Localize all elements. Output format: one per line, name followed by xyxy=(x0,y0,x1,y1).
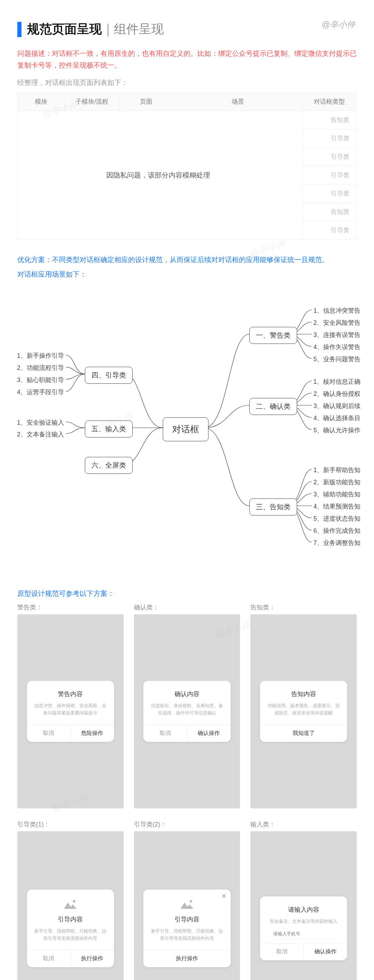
dialog-title: 引导内容 xyxy=(33,915,108,923)
cat-input: 输入类： xyxy=(250,820,357,829)
header-title: 规范页面呈现 xyxy=(27,21,102,38)
cancel-button[interactable]: 取消 xyxy=(260,943,303,960)
dialog-title: 请输入内容 xyxy=(266,905,341,914)
prototype-row-2: 引导类(1)： 引导内容新手引导、流程帮助、只能切换、运营引导等支线流程动作向导… xyxy=(17,820,357,980)
mm-leaf: 3、连接有误警告 xyxy=(314,331,360,339)
phone-input[interactable] xyxy=(272,928,335,939)
mm-node-warning: 一、警告类 xyxy=(249,327,297,344)
phone-mock: 告知内容功能说明、版本预告、进度展示、完成状态、政策变化等内容提醒 我知道了 xyxy=(250,614,357,808)
type-cell: 告知类 xyxy=(302,203,357,221)
execute-button[interactable]: 执行操作 xyxy=(143,950,230,967)
svg-point-1 xyxy=(189,900,192,902)
proto-col-guide1: 引导类(1)： 引导内容新手引导、流程帮助、只能切换、运营引导等支线流程动作向导… xyxy=(17,820,124,980)
dialog-input: 请输入内容 安全备注、文本备注等内容的输入 取消确认操作 xyxy=(260,896,347,961)
mm-leaf: 3、确认规则后续 xyxy=(314,402,360,410)
mm-leaf: 4、操作失误警告 xyxy=(314,343,360,351)
mm-leaf: 2、功能流程引导 xyxy=(17,364,64,372)
ok-button[interactable]: 我知道了 xyxy=(260,725,347,742)
mm-leaf: 5、进度状态告知 xyxy=(314,514,360,523)
mm-leaf: 6、操作完成告知 xyxy=(314,527,360,535)
mm-leaf: 1、新手操作引导 xyxy=(17,352,64,360)
dialog-title: 引导内容 xyxy=(150,915,224,923)
dialog-table: 模块 子模块/流程 页面 场景 对话框类型 因隐私问题，该部分内容模糊处理告知类… xyxy=(17,92,357,240)
confirm-button[interactable]: 确认操作 xyxy=(187,725,231,742)
dialog-desc: 安全备注、文本备注等内容的输入 xyxy=(266,918,341,925)
dialog-confirm: 确认内容信息核实、身份授权、后果知悉、条目选择、操作许可等信息确认 取消确认操作 xyxy=(143,681,230,742)
section-header: 规范页面呈现 ｜组件呈现 xyxy=(17,21,357,38)
problem-description: 问题描述：对话框不一致，有用原生的，也有用自定义的。比如：绑定公众号提示已复制、… xyxy=(17,48,357,71)
mindmap: 对话框 一、警告类 二、确认类 三、告知类 1、信息冲突警告 2、安全风险警告 … xyxy=(17,291,357,575)
close-icon[interactable]: ✕ xyxy=(221,892,227,900)
mm-leaf: 4、确认选择条目 xyxy=(314,414,360,422)
dialog-title: 确认内容 xyxy=(150,690,224,698)
dialog-desc: 信息冲突、操作报错、安全风险、业务问题等紧急重要内容提示 xyxy=(33,702,108,717)
phone-mock: 请输入内容 安全备注、文本备注等内容的输入 取消确认操作 xyxy=(250,831,357,980)
mm-node-notify: 三、告知类 xyxy=(249,498,297,515)
mm-leaf: 7、业务调整告知 xyxy=(314,539,360,547)
confirm-button[interactable]: 确认操作 xyxy=(303,943,347,960)
after-sort-label: 经整理，对话框出现页面列表如下： xyxy=(17,78,357,88)
mm-node-guide: 四、引导类 xyxy=(85,367,133,384)
dialog-notify: 告知内容功能说明、版本预告、进度展示、完成状态、政策变化等内容提醒 我知道了 xyxy=(260,681,347,742)
cancel-button[interactable]: 取消 xyxy=(27,950,70,967)
proto-col-confirm: 确认类： 确认内容信息核实、身份授权、后果知悉、条目选择、操作许可等信息确认 取… xyxy=(134,603,240,808)
dialog-warning: 警告内容信息冲突、操作报错、安全风险、业务问题等紧急重要内容提示 取消危险操作 xyxy=(27,681,114,742)
image-icon xyxy=(179,899,195,910)
th-type: 对话框类型 xyxy=(302,92,357,111)
mm-leaf: 2、安全风险警告 xyxy=(314,318,360,327)
optimization-plan: 优化方案：不同类型对话框确定相应的设计规范，从而保证后续对对话框的应用能够保证统… xyxy=(17,253,357,266)
mm-node-input: 五、输入类 xyxy=(85,420,133,438)
dialog-guide: 引导内容新手引导、流程帮助、只能切换、运营引导等支线流程动作向导 取消执行操作 xyxy=(27,889,114,967)
dialog-desc: 功能说明、版本预告、进度展示、完成状态、政策变化等内容提醒 xyxy=(266,702,341,717)
proto-col-guide2: 引导类(2)： ✕ 引导内容新手引导、流程帮助、只能切换、运营引导等支线流程动作… xyxy=(134,820,240,980)
dialog-title: 告知内容 xyxy=(266,690,341,698)
phone-mock: 引导内容新手引导、流程帮助、只能切换、运营引导等支线流程动作向导 取消执行操作 xyxy=(17,831,124,980)
danger-button[interactable]: 危险操作 xyxy=(70,725,114,742)
dialog-desc: 新手引导、流程帮助、只能切换、运营引导等支线流程动作向导 xyxy=(150,928,224,942)
cat-confirm: 确认类： xyxy=(134,603,240,611)
dialog-desc: 信息核实、身份授权、后果知悉、条目选择、操作许可等信息确认 xyxy=(150,702,224,717)
phone-mock: 确认内容信息核实、身份授权、后果知悉、条目选择、操作许可等信息确认 取消确认操作 xyxy=(134,614,240,808)
cancel-button[interactable]: 取消 xyxy=(143,725,187,742)
cat-warning: 警告类： xyxy=(17,603,124,611)
blur-overlay: 因隐私问题，该部分内容模糊处理 xyxy=(17,111,302,240)
type-cell: 告知类 xyxy=(302,111,357,129)
proto-col-input: 输入类： 请输入内容 安全备注、文本备注等内容的输入 取消确认操作 xyxy=(250,820,357,980)
type-cell: 引导类 xyxy=(302,148,357,166)
type-cell: 引导类 xyxy=(302,185,357,203)
dialog-guide: ✕ 引导内容新手引导、流程帮助、只能切换、运营引导等支线流程动作向导 执行操作 xyxy=(143,889,230,967)
mm-leaf: 4、结果预测告知 xyxy=(314,502,360,511)
prototype-label: 原型设计规范可参考以下方案： xyxy=(17,589,357,598)
image-icon xyxy=(63,899,78,910)
cat-guide1: 引导类(1)： xyxy=(17,820,124,829)
execute-button[interactable]: 执行操作 xyxy=(70,950,114,967)
cancel-button[interactable]: 取消 xyxy=(27,725,70,742)
svg-point-0 xyxy=(73,900,76,902)
prototype-row-1: 警告类： 警告内容信息冲突、操作报错、安全风险、业务问题等紧急重要内容提示 取消… xyxy=(17,603,357,808)
scene-label: 对话框应用场景如下： xyxy=(17,268,357,280)
th-scene: 场景 xyxy=(173,92,302,111)
mm-leaf: 3、贴心职能引导 xyxy=(17,376,64,384)
mm-leaf: 2、确认身份授权 xyxy=(314,390,360,398)
proto-col-warning: 警告类： 警告内容信息冲突、操作报错、安全风险、业务问题等紧急重要内容提示 取消… xyxy=(17,603,124,808)
mm-leaf: 1、安全验证输入 xyxy=(17,418,64,427)
phone-mock: ✕ 引导内容新手引导、流程帮助、只能切换、运营引导等支线流程动作向导 执行操作 xyxy=(134,831,240,980)
mm-leaf: 3、辅助功能告知 xyxy=(314,490,360,498)
th-submodule: 子模块/流程 xyxy=(65,92,119,111)
dialog-desc: 新手引导、流程帮助、只能切换、运营引导等支线流程动作向导 xyxy=(33,928,108,942)
mm-leaf: 1、核对信息正确 xyxy=(314,377,360,386)
cat-notify: 告知类： xyxy=(250,603,357,611)
mm-leaf: 1、新手帮助告知 xyxy=(314,466,360,474)
proto-col-notify: 告知类： 告知内容功能说明、版本预告、进度展示、完成状态、政策变化等内容提醒 我… xyxy=(250,603,357,808)
header-accent-bar xyxy=(17,22,21,37)
watermark: @辛小仲 xyxy=(322,19,355,30)
th-page: 页面 xyxy=(119,92,173,111)
header-subtitle: ｜组件呈现 xyxy=(102,21,164,38)
mm-leaf: 5、业务问题警告 xyxy=(314,355,360,363)
mm-node-confirm: 二、确认类 xyxy=(249,398,297,415)
mm-node-fullscreen: 六、全屏类 xyxy=(85,457,133,474)
dialog-title: 警告内容 xyxy=(33,690,108,698)
mm-leaf: 2、文本备注输入 xyxy=(17,430,64,439)
type-cell: 引导类 xyxy=(302,166,357,185)
mm-leaf: 1、信息冲突警告 xyxy=(314,307,360,315)
